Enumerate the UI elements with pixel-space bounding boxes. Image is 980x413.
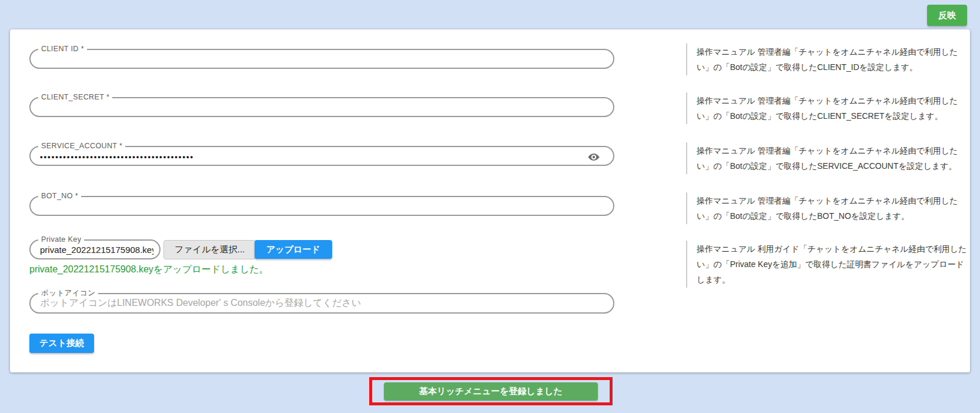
service-account-input[interactable] bbox=[40, 148, 588, 164]
toast-message: 基本リッチメニューを登録しました bbox=[384, 382, 598, 401]
choose-file-button[interactable]: ファイルを選択... bbox=[163, 240, 256, 259]
client-secret-field: CLIENT_SECRET * bbox=[29, 97, 614, 117]
upload-success-message: private_20221215175908.keyをアップロードしました。 bbox=[29, 264, 269, 276]
eye-icon bbox=[587, 156, 600, 165]
help-text-client-id: 操作マニュアル 管理者編「チャットをオムニチャネル経由で利用したい」の「Botの… bbox=[686, 44, 969, 75]
client-id-input[interactable] bbox=[40, 51, 588, 67]
bot-settings-page: { "header": { "apply_button": "反映" }, "f… bbox=[0, 0, 980, 413]
test-connection-button[interactable]: テスト接続 bbox=[29, 334, 94, 353]
bot-icon-input[interactable] bbox=[40, 295, 588, 311]
settings-panel: CLIENT ID * CLIENT_SECRET * SERVICE_ACCO… bbox=[10, 29, 970, 372]
toggle-visibility-button[interactable] bbox=[587, 151, 600, 164]
bot-no-field: BOT_NO * bbox=[29, 196, 614, 216]
upload-button[interactable]: アップロード bbox=[255, 240, 332, 259]
help-text-client-secret: 操作マニュアル 管理者編「チャットをオムニチャネル経由で利用したい」の「Botの… bbox=[686, 92, 969, 124]
private-key-field: Private Key bbox=[29, 239, 160, 259]
bot-icon-field: ボットアイコン bbox=[29, 293, 614, 314]
service-account-field: SERVICE_ACCOUNT * bbox=[29, 146, 614, 166]
annotation-highlight-box: 基本リッチメニューを登録しました bbox=[369, 377, 613, 405]
help-text-bot-no: 操作マニュアル 管理者編「チャットをオムニチャネル経由で利用したい」の「Botの… bbox=[686, 192, 969, 224]
help-text-private-key: 操作マニュアル 利用ガイド「チャットをオムニチャネル経由で利用したい」の「Pri… bbox=[686, 241, 969, 288]
bot-no-input[interactable] bbox=[40, 198, 588, 214]
client-secret-input[interactable] bbox=[40, 99, 588, 115]
client-id-field: CLIENT ID * bbox=[29, 49, 614, 69]
private-key-input[interactable] bbox=[40, 241, 153, 258]
apply-button[interactable]: 反映 bbox=[927, 5, 967, 26]
help-text-service-account: 操作マニュアル 管理者編「チャットをオムニチャネル経由で利用したい」の「Botの… bbox=[686, 142, 969, 174]
